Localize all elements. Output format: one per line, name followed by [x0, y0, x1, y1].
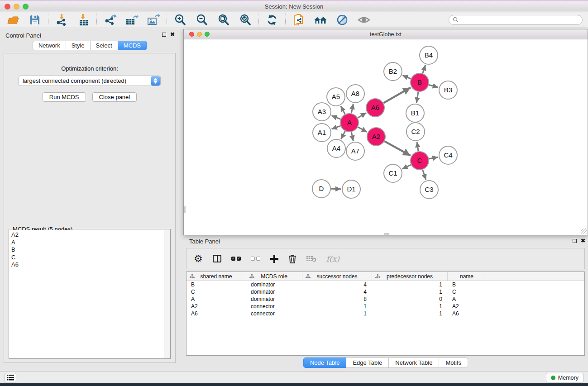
edge-A-A2[interactable] — [358, 127, 367, 132]
canvas-left-handle[interactable] — [184, 206, 186, 213]
edge-C-C1[interactable] — [402, 165, 411, 169]
graph-node-A3[interactable]: A3 — [313, 103, 331, 121]
import-table-icon[interactable] — [76, 14, 90, 26]
graph-node-A7[interactable]: A7 — [346, 142, 364, 160]
delete-column-trash-icon[interactable] — [288, 254, 296, 263]
column-header-name[interactable]: name — [448, 272, 486, 281]
result-scrollbar[interactable] — [164, 230, 170, 358]
edge-A-A1[interactable] — [332, 126, 341, 129]
graph-node-A8[interactable]: A8 — [346, 85, 364, 103]
node-table[interactable]: shared nameMCDS rolesuccessor nodesprede… — [186, 272, 585, 356]
import-network-icon[interactable] — [55, 14, 68, 26]
zoom-selected-icon[interactable] — [239, 14, 252, 26]
graph-node-C2[interactable]: C2 — [406, 123, 425, 141]
graph-node-B4[interactable]: B4 — [420, 46, 438, 64]
refresh-layout-icon[interactable] — [265, 14, 279, 26]
task-history-button[interactable] — [5, 373, 16, 382]
table-settings-icon[interactable]: ⚙ — [194, 254, 203, 264]
tab-mcds[interactable]: MCDS — [118, 41, 147, 50]
graph-node-A1[interactable]: A1 — [313, 124, 331, 142]
edge-B-B2[interactable] — [402, 76, 411, 79]
graph-node-A4[interactable]: A4 — [327, 139, 345, 157]
open-session-icon[interactable] — [6, 14, 20, 26]
export-table-icon[interactable] — [125, 14, 139, 26]
zoom-fit-icon[interactable] — [217, 14, 230, 26]
edge-C-C2[interactable] — [417, 142, 418, 151]
graph-node-A6[interactable]: A6 — [366, 99, 384, 117]
hide-selected-icon[interactable] — [335, 14, 349, 26]
graph-node-B1[interactable]: B1 — [406, 104, 424, 122]
tab-node-table[interactable]: Node Table — [303, 357, 346, 368]
mcds-result-item[interactable]: A — [11, 239, 164, 247]
run-mcds-button[interactable]: Run MCDS — [43, 92, 86, 102]
mcds-result-item[interactable]: A2 — [11, 231, 164, 239]
tab-style[interactable]: Style — [66, 41, 90, 50]
edge-B-B4[interactable] — [423, 65, 425, 73]
deselect-all-checkboxes-icon[interactable] — [251, 257, 260, 261]
network-graph[interactable]: B4B2BB3A5A8A6A3B1AA1C2A2A4A7C4CC1C3DD1 — [184, 40, 588, 235]
add-column-icon[interactable] — [270, 255, 278, 263]
edge-A-A3[interactable] — [331, 115, 340, 119]
graph-node-C4[interactable]: C4 — [439, 146, 457, 164]
select-all-checkboxes-icon[interactable]: ✓✓ — [231, 257, 241, 261]
network-canvas[interactable]: B4B2BB3A5A8A6A3B1AA1C2A2A4A7C4CC1C3DD1 — [184, 40, 588, 235]
canvas-bottom-handle[interactable] — [384, 233, 389, 235]
float-panel-icon[interactable] — [162, 33, 166, 37]
first-neighbors-icon[interactable] — [314, 14, 327, 26]
graph-node-B[interactable]: B — [411, 73, 429, 91]
mcds-result-item[interactable]: A6 — [11, 261, 164, 269]
graph-node-A[interactable]: A — [340, 114, 359, 132]
edge-C-C4[interactable] — [429, 157, 438, 159]
tab-edge-table[interactable]: Edge Table — [346, 357, 388, 368]
table-row[interactable]: Bdominator41B — [186, 281, 584, 288]
column-header-predecessor-nodes[interactable]: predecessor nodes — [372, 272, 448, 281]
column-header-shared-name[interactable]: shared name — [186, 272, 246, 281]
show-columns-icon[interactable] — [213, 255, 221, 262]
graph-node-A5[interactable]: A5 — [327, 88, 345, 106]
edge-A-A8[interactable] — [351, 104, 353, 114]
column-header-MCDS-role[interactable]: MCDS role — [246, 272, 302, 281]
duplicate-network-icon[interactable] — [292, 14, 306, 26]
graph-node-B2[interactable]: B2 — [384, 62, 402, 81]
edge-A2-C[interactable] — [384, 141, 410, 156]
tab-select[interactable]: Select — [90, 41, 118, 50]
criterion-dropdown[interactable]: largest connected component (directed) — [19, 76, 161, 86]
export-image-icon[interactable] — [147, 14, 160, 26]
tab-network[interactable]: Network — [33, 41, 66, 50]
mcds-result-item[interactable]: C — [11, 254, 164, 262]
edge-A-A4[interactable] — [341, 131, 345, 139]
edge-C-C3[interactable] — [423, 170, 426, 180]
mcds-result-item[interactable]: B — [11, 246, 164, 254]
zoom-in-icon[interactable] — [173, 14, 187, 26]
edge-A6-B[interactable] — [383, 87, 411, 103]
graph-node-B3[interactable]: B3 — [439, 81, 457, 99]
graph-node-D[interactable]: D — [312, 180, 330, 198]
show-all-eye-icon[interactable] — [357, 14, 371, 26]
column-header-successor-nodes[interactable]: successor nodes — [302, 272, 372, 281]
zoom-out-icon[interactable] — [195, 14, 209, 26]
graph-node-C3[interactable]: C3 — [420, 181, 438, 199]
close-panel-icon[interactable]: ✖ — [170, 32, 175, 37]
function-builder-icon[interactable]: f(x) — [326, 254, 339, 263]
edge-B-B3[interactable] — [429, 85, 438, 87]
edge-B-B1[interactable] — [416, 92, 418, 103]
table-row[interactable]: A6connector11A6 — [186, 310, 584, 317]
save-session-icon[interactable] — [28, 14, 42, 26]
window-resize-grip[interactable] — [581, 229, 587, 234]
close-table-panel-icon[interactable]: ✖ — [581, 238, 585, 243]
tab-network-table[interactable]: Network Table — [388, 357, 439, 368]
graph-node-A2[interactable]: A2 — [367, 128, 385, 146]
tab-motifs[interactable]: Motifs — [439, 357, 468, 368]
graph-node-D1[interactable]: D1 — [342, 180, 360, 198]
delete-table-icon[interactable] — [306, 255, 316, 262]
graph-node-C[interactable]: C — [411, 152, 429, 170]
graph-node-C1[interactable]: C1 — [384, 164, 402, 182]
export-network-icon[interactable] — [103, 14, 117, 26]
table-row[interactable]: A2connector11A2 — [186, 303, 584, 310]
edge-A-A6[interactable] — [358, 113, 366, 118]
mcds-result-list[interactable]: A2ABCA6 — [10, 230, 164, 358]
edge-A-A7[interactable] — [351, 132, 353, 141]
float-table-panel-icon[interactable] — [573, 239, 577, 243]
edge-A-A5[interactable] — [341, 106, 345, 114]
table-row[interactable]: Cdominator41C — [186, 288, 584, 295]
